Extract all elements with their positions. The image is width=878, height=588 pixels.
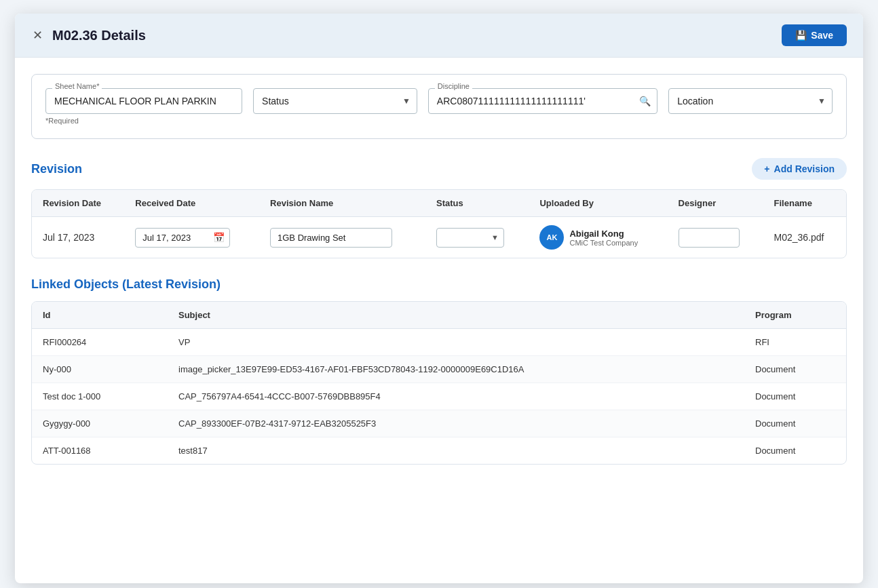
col-filename: Filename [763, 190, 846, 217]
discipline-input[interactable] [428, 88, 657, 114]
page-title: M02.36 Details [52, 28, 146, 43]
col-uploaded-by: Uploaded By [529, 190, 667, 217]
linked-table-head: Id Subject Program [32, 302, 846, 329]
revision-table: Revision Date Received Date Revision Nam… [32, 190, 846, 258]
sheet-name-field: Sheet Name* *Required [45, 88, 242, 125]
linked-subject: VP [168, 329, 744, 356]
filename-cell: M02_36.pdf [763, 217, 846, 258]
close-button[interactable]: ✕ [31, 28, 44, 43]
linked-table-container: Id Subject Program RFI000264 VP RFI Ny-0… [31, 301, 847, 465]
linked-id: ATT-001168 [32, 437, 168, 465]
linked-id: Ny-000 [32, 356, 168, 383]
linked-table: Id Subject Program RFI000264 VP RFI Ny-0… [32, 302, 846, 464]
required-note: *Required [45, 117, 242, 125]
uploaded-by-name: Abigail Kong [569, 229, 638, 239]
header-left: ✕ M02.36 Details [31, 28, 146, 43]
linked-subject: CAP_893300EF-07B2-4317-9712-EAB3205525F3 [168, 410, 744, 437]
linked-section-header: Linked Objects (Latest Revision) [31, 277, 847, 292]
received-date-input[interactable] [135, 228, 230, 248]
linked-program: Document [744, 383, 846, 410]
modal-header: ✕ M02.36 Details 💾 Save [15, 14, 863, 58]
col-received-date: Received Date [124, 190, 259, 217]
sheet-name-label: Sheet Name* [52, 82, 102, 90]
search-icon: 🔍 [639, 96, 651, 106]
revision-table-container: Revision Date Received Date Revision Nam… [31, 189, 847, 258]
status-select-wrapper: ▼ [436, 228, 504, 248]
form-section: Sheet Name* *Required Status ▼ Disciplin… [31, 74, 847, 139]
table-row: Jul 17, 2023 📅 [32, 217, 846, 258]
revision-name-input[interactable] [270, 228, 392, 248]
uploaded-by-wrapper: AK Abigail Kong CMiC Test Company [539, 225, 656, 250]
list-item: Ny-000 image_picker_13E97E99-ED53-4167-A… [32, 356, 846, 383]
linked-program: RFI [744, 329, 846, 356]
linked-table-body: RFI000264 VP RFI Ny-000 image_picker_13E… [32, 329, 846, 465]
discipline-field: Discipline 🔍 [428, 88, 657, 114]
form-row: Sheet Name* *Required Status ▼ Disciplin… [45, 88, 833, 125]
uploaded-by-company: CMiC Test Company [569, 239, 638, 247]
avatar: AK [539, 225, 564, 250]
location-field: Location ▼ [668, 88, 833, 114]
linked-id: RFI000264 [32, 329, 168, 356]
status-field: Status ▼ [253, 88, 417, 114]
col-revision-date: Revision Date [32, 190, 124, 217]
linked-col-id: Id [32, 302, 168, 329]
linked-program: Document [744, 356, 846, 383]
uploaded-by-cell: AK Abigail Kong CMiC Test Company [529, 217, 667, 258]
discipline-label: Discipline [435, 82, 472, 90]
col-revision-name: Revision Name [259, 190, 425, 217]
uploaded-by-info: Abigail Kong CMiC Test Company [569, 229, 638, 247]
designer-cell [668, 217, 763, 258]
linked-id: Gygygy-000 [32, 410, 168, 437]
revision-status-select[interactable] [436, 228, 504, 248]
list-item: Test doc 1-000 CAP_756797A4-6541-4CCC-B0… [32, 383, 846, 410]
designer-input[interactable] [679, 228, 740, 248]
linked-col-subject: Subject [168, 302, 744, 329]
revision-name-cell [259, 217, 425, 258]
linked-subject: image_picker_13E97E99-ED53-4167-AF01-FBF… [168, 356, 744, 383]
revision-table-body: Jul 17, 2023 📅 [32, 217, 846, 258]
modal-body: Sheet Name* *Required Status ▼ Disciplin… [15, 58, 863, 500]
save-button[interactable]: 💾 Save [782, 24, 847, 46]
linked-program: Document [744, 437, 846, 465]
status-cell: ▼ [425, 217, 529, 258]
linked-subject: test817 [168, 437, 744, 465]
modal-container: ✕ M02.36 Details 💾 Save Sheet Name* *Req… [15, 14, 863, 583]
col-designer: Designer [668, 190, 763, 217]
revision-table-head: Revision Date Received Date Revision Nam… [32, 190, 846, 217]
revision-title: Revision [31, 162, 82, 176]
linked-program: Document [744, 410, 846, 437]
location-select[interactable]: Location [668, 88, 833, 114]
plus-icon: + [764, 163, 769, 174]
add-revision-button[interactable]: + Add Revision [752, 158, 847, 180]
list-item: ATT-001168 test817 Document [32, 437, 846, 465]
linked-id: Test doc 1-000 [32, 383, 168, 410]
linked-subject: CAP_756797A4-6541-4CCC-B007-5769DBB895F4 [168, 383, 744, 410]
revision-date-cell: Jul 17, 2023 [32, 217, 124, 258]
list-item: RFI000264 VP RFI [32, 329, 846, 356]
linked-col-program: Program [744, 302, 846, 329]
save-icon: 💾 [795, 30, 807, 41]
linked-title: Linked Objects (Latest Revision) [31, 277, 221, 292]
received-date-cell: 📅 [124, 217, 259, 258]
sheet-name-input[interactable] [45, 88, 242, 114]
list-item: Gygygy-000 CAP_893300EF-07B2-4317-9712-E… [32, 410, 846, 437]
status-select[interactable]: Status [253, 88, 417, 114]
date-input-wrapper: 📅 [135, 228, 230, 248]
col-status: Status [425, 190, 529, 217]
revision-section-header: Revision + Add Revision [31, 158, 847, 180]
